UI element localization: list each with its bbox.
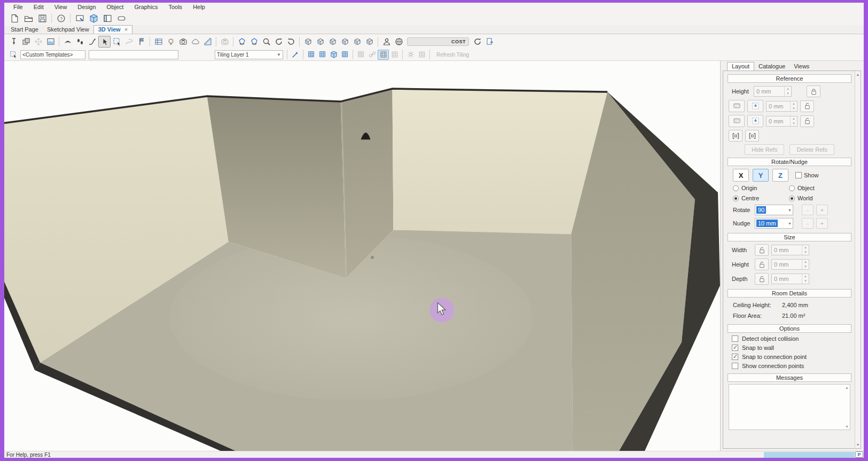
show-connection-checkbox[interactable] xyxy=(732,363,738,369)
tile-add-icon[interactable] xyxy=(355,50,366,60)
tiling-layer-combo[interactable]: Tiling Layer 1▼ xyxy=(215,50,283,59)
axis-x-button[interactable]: X xyxy=(733,169,749,182)
tab-views[interactable]: Views xyxy=(789,62,814,71)
menu-design[interactable]: Design xyxy=(73,4,100,10)
walkthrough-icon[interactable] xyxy=(86,36,98,48)
reference-height-field[interactable]: 0 mm ▲▼ xyxy=(754,86,792,97)
scroll-down-icon[interactable]: ▼ xyxy=(845,425,849,428)
tile-box-icon[interactable] xyxy=(328,50,339,60)
refresh-tiling-button[interactable]: Refresh Tiling xyxy=(436,52,469,58)
menu-graphics[interactable]: Graphics xyxy=(129,4,162,10)
menu-edit[interactable]: Edit xyxy=(29,4,49,10)
render-icon[interactable] xyxy=(44,36,57,48)
reference-drop-icon[interactable] xyxy=(747,100,763,112)
camera-icon[interactable] xyxy=(177,36,189,48)
section-size[interactable]: Size xyxy=(728,233,851,241)
select-cursor-icon[interactable] xyxy=(98,36,111,48)
tile-grid2-icon[interactable] xyxy=(416,50,427,60)
object-list-icon[interactable] xyxy=(152,36,165,48)
open-folder-icon[interactable] xyxy=(22,12,35,24)
tile-inspect-icon[interactable] xyxy=(317,50,328,60)
rotate-cw-icon[interactable] xyxy=(272,36,285,48)
tile-select-icon[interactable] xyxy=(306,50,317,60)
tile-link-icon[interactable] xyxy=(366,50,378,60)
rotate-shape-right-icon[interactable] xyxy=(248,36,260,48)
save-icon[interactable] xyxy=(36,12,49,24)
spinner-arrows[interactable]: ▲▼ xyxy=(802,274,809,284)
lasso-icon[interactable] xyxy=(123,36,135,48)
3d-viewport[interactable] xyxy=(4,61,721,451)
depth-lock-button[interactable] xyxy=(755,273,769,285)
spinner-arrows[interactable]: ▲▼ xyxy=(790,101,797,111)
panel-view-icon[interactable] xyxy=(101,12,114,24)
person-icon[interactable] xyxy=(380,36,393,48)
snap-to-connection-checkbox[interactable] xyxy=(732,354,738,360)
refresh-icon[interactable] xyxy=(471,36,483,48)
cloud-icon[interactable] xyxy=(189,36,201,48)
cube-view-top-icon[interactable] xyxy=(351,36,363,48)
rotate-shape-left-icon[interactable] xyxy=(236,36,248,48)
scroll-up-icon[interactable]: ▲ xyxy=(845,386,849,389)
radio-origin[interactable]: Origin xyxy=(733,185,789,191)
scroll-up-icon[interactable]: ▲ xyxy=(856,71,860,78)
scroll-down-icon[interactable]: ▼ xyxy=(856,441,860,448)
menu-file[interactable]: File xyxy=(9,4,28,10)
menu-tools[interactable]: Tools xyxy=(163,4,187,10)
detect-collision-checkbox[interactable] xyxy=(732,335,738,342)
nudge-value-combo[interactable]: 10 mm ▼ xyxy=(755,218,793,229)
unlock-button[interactable] xyxy=(800,100,814,112)
tile-wand-icon[interactable] xyxy=(290,50,301,60)
tile-grid-icon[interactable] xyxy=(378,50,389,60)
flag-icon[interactable] xyxy=(135,36,147,48)
tile-grid-small-icon[interactable] xyxy=(389,50,400,60)
close-tab-icon[interactable]: × xyxy=(124,26,128,33)
reference-offset2-field[interactable]: 0 mm ▲▼ xyxy=(766,116,797,127)
axis-y-button[interactable]: Y xyxy=(753,169,769,182)
option-snap-to-connection[interactable]: Snap to connection point xyxy=(732,354,851,360)
new-document-icon[interactable] xyxy=(8,12,21,24)
spinner-arrows[interactable]: ▲▼ xyxy=(802,245,809,255)
lightbulb-icon[interactable] xyxy=(165,36,177,48)
help-icon[interactable] xyxy=(54,12,67,24)
width-lock-button[interactable] xyxy=(755,244,769,256)
height-lock-button[interactable] xyxy=(755,259,769,270)
custom-templates-combo[interactable]: <Custom Templates> xyxy=(20,50,85,59)
section-options[interactable]: Options xyxy=(728,324,851,333)
tab-3d-view[interactable]: 3D View× xyxy=(93,25,132,34)
radio-object[interactable]: Object xyxy=(789,185,851,191)
tab-catalogue[interactable]: Catalogue xyxy=(754,62,789,71)
globe-icon[interactable] xyxy=(393,36,405,48)
rotate-plus-button[interactable]: + xyxy=(816,205,828,215)
reference-drop2-icon[interactable] xyxy=(747,115,763,127)
reference-screen-icon[interactable] xyxy=(729,100,745,112)
elevation-icon[interactable] xyxy=(115,12,128,24)
delete-refs-button[interactable]: Delete Refs xyxy=(789,144,834,155)
option-detect-collision[interactable]: Detect object collision xyxy=(732,335,851,342)
recorder-p-button[interactable]: P xyxy=(855,451,863,458)
spinner-arrows[interactable]: ▲▼ xyxy=(790,116,797,126)
cube-view-all-icon[interactable] xyxy=(363,36,376,48)
marquee-select-icon[interactable] xyxy=(111,36,123,48)
lock-button[interactable] xyxy=(807,85,820,97)
panel-scrollbar[interactable]: ▲ ▼ xyxy=(855,71,861,448)
depth-field[interactable]: 0 mm▲▼ xyxy=(771,274,809,284)
hide-refs-button[interactable]: Hide Refs xyxy=(745,144,784,155)
section-messages[interactable]: Messages xyxy=(728,373,851,382)
snapshot-icon[interactable] xyxy=(218,36,231,48)
tab-start-page[interactable]: Start Page xyxy=(6,26,43,34)
option-show-connection[interactable]: Show connection points xyxy=(732,363,851,369)
tab-sketchpad-view[interactable]: Sketchpad View xyxy=(43,26,93,34)
cost-field[interactable]: COST xyxy=(407,37,469,46)
menu-view[interactable]: View xyxy=(50,4,72,10)
ref-extents2-icon[interactable] xyxy=(745,130,759,142)
ref-extents-icon[interactable] xyxy=(729,130,742,142)
show-axis-checkbox[interactable] xyxy=(795,172,802,178)
cube-view-back-icon[interactable] xyxy=(314,36,326,48)
cube-view-right-icon[interactable] xyxy=(339,36,351,48)
menu-object[interactable]: Object xyxy=(102,4,129,10)
cube-view-front-icon[interactable] xyxy=(302,36,314,48)
cube-view-left-icon[interactable] xyxy=(326,36,339,48)
template-name-combo[interactable] xyxy=(89,50,178,59)
messages-box[interactable]: ▲ ▼ xyxy=(729,384,850,430)
menu-help[interactable]: Help xyxy=(188,4,210,10)
